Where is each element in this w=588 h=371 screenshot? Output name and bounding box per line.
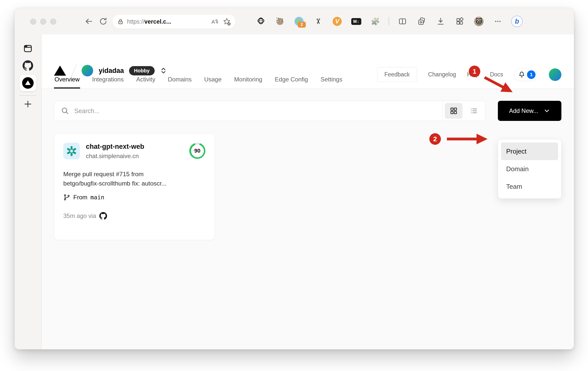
collections-icon[interactable]: [416, 16, 427, 27]
new-tab-button[interactable]: [23, 99, 33, 109]
url-scheme: https://: [127, 18, 144, 25]
project-card[interactable]: chat-gpt-next-web chat.simplenaive.cn 90…: [54, 133, 215, 240]
view-toggle: [442, 101, 485, 121]
profile-avatar[interactable]: 🐱: [473, 16, 485, 27]
project-name[interactable]: chat-gpt-next-web: [86, 143, 189, 151]
scissors-extension-icon[interactable]: ✂: [312, 16, 324, 27]
tab-overview[interactable]: Overview: [54, 76, 80, 88]
vertical-tabs-sidebar: [15, 34, 41, 349]
favorites-star-icon[interactable]: [222, 17, 231, 26]
traffic-lights: [30, 19, 56, 25]
dropdown-item-project[interactable]: Project: [501, 143, 558, 160]
branch-name: main: [90, 194, 104, 201]
tab-panel-toggle[interactable]: [23, 43, 33, 54]
v-extension-icon[interactable]: V: [331, 16, 343, 27]
address-bar[interactable]: https://vercel.c... A: [112, 15, 236, 29]
user-avatar[interactable]: [549, 68, 561, 81]
dropdown-item-domain[interactable]: Domain: [501, 160, 558, 178]
url-host: vercel.c...: [144, 18, 171, 25]
git-branch-icon: [63, 194, 70, 201]
dashboard-header: yidadaa Hobby Feedback Changelog Help Do…: [41, 34, 574, 89]
score-ring[interactable]: 90: [189, 143, 205, 159]
chevron-up-down-icon: [159, 66, 168, 75]
commit-line-1: Merge pull request #715 from: [63, 170, 205, 179]
docs-link[interactable]: Docs: [490, 71, 503, 78]
bing-icon: b: [511, 16, 523, 27]
project-domain[interactable]: chat.simplenaive.cn: [86, 153, 189, 160]
deploy-time: 35m ago via: [63, 212, 96, 219]
bing-chat-button[interactable]: b: [511, 16, 523, 27]
tab-edge-config[interactable]: Edge Config: [274, 76, 309, 88]
changelog-link[interactable]: Changelog: [428, 71, 456, 78]
score-value: 90: [191, 145, 204, 157]
svg-text:A: A: [211, 19, 215, 25]
notifications-button[interactable]: 1: [514, 68, 538, 81]
add-new-dropdown: Project Domain Team: [498, 139, 561, 199]
list-view-button[interactable]: [465, 103, 483, 119]
browser-window: https://vercel.c... A 🐵 🦥 2 ✂ V M↓ 🧩: [15, 8, 574, 349]
add-new-button[interactable]: Add New...: [498, 101, 561, 121]
team-switcher-button[interactable]: [159, 66, 168, 75]
lock-icon: [117, 18, 124, 25]
grid-view-icon: [449, 107, 458, 115]
team-avatar[interactable]: [82, 65, 93, 76]
proxy-extension-icon[interactable]: 2: [293, 16, 305, 27]
plan-badge: Hobby: [129, 66, 155, 75]
markdown-extension-icon[interactable]: M↓: [350, 16, 362, 27]
browser-toolbar: https://vercel.c... A 🐵 🦥 2 ✂ V M↓ 🧩: [15, 8, 574, 34]
tab-integrations[interactable]: Integrations: [92, 76, 124, 88]
tab-github[interactable]: [22, 60, 33, 71]
tampermonkey-extension-icon[interactable]: 🐵: [255, 16, 267, 27]
branch-prefix: From: [73, 194, 87, 201]
toolbar-divider: [389, 17, 389, 26]
tab-settings[interactable]: Settings: [320, 76, 343, 88]
add-new-label: Add New...: [509, 107, 538, 114]
grid-view-button[interactable]: [445, 103, 462, 119]
split-screen-icon[interactable]: [397, 16, 408, 27]
vercel-logo[interactable]: [54, 66, 66, 76]
minimize-window-button[interactable]: [40, 19, 46, 25]
annotation-step-2: 2: [429, 133, 441, 145]
annotation-step-1: 1: [469, 66, 480, 77]
overview-content: Add New... Project Domain Team: [41, 89, 574, 349]
github-source-icon: [99, 212, 107, 220]
back-button[interactable]: [83, 16, 94, 27]
tab-activity[interactable]: Activity: [136, 76, 156, 88]
sloth-extension-icon[interactable]: 🦥: [274, 16, 286, 27]
vercel-dashboard: yidadaa Hobby Feedback Changelog Help Do…: [41, 34, 574, 349]
notification-count-badge: 1: [527, 70, 536, 79]
cat-avatar-icon: 🐱: [474, 17, 484, 26]
project-icon: [63, 143, 80, 159]
team-name[interactable]: yidadaa: [99, 67, 124, 75]
vercel-tab-icon: [22, 77, 34, 89]
list-view-icon: [469, 107, 478, 115]
tab-domains[interactable]: Domains: [167, 76, 192, 88]
tab-vercel-active[interactable]: [20, 75, 36, 91]
browser-essentials-icon[interactable]: [454, 16, 465, 27]
tab-usage[interactable]: Usage: [204, 76, 222, 88]
commit-message: Merge pull request #715 from betgo/bugfi…: [63, 170, 205, 188]
chevron-down-icon: [543, 107, 550, 114]
close-window-button[interactable]: [30, 19, 36, 25]
settings-more-button[interactable]: [492, 16, 504, 27]
dropdown-item-team[interactable]: Team: [501, 178, 558, 195]
search-box[interactable]: [54, 101, 446, 121]
search-icon: [61, 107, 69, 115]
bell-icon: [518, 71, 525, 78]
search-input[interactable]: [74, 107, 439, 115]
reload-button[interactable]: [97, 16, 109, 27]
dashboard-tabs: Overview Integrations Activity Domains U…: [54, 76, 343, 88]
read-aloud-icon[interactable]: A: [210, 18, 218, 26]
github-icon: [22, 60, 33, 71]
reload-icon: [99, 17, 108, 26]
commit-line-2: betgo/bugfix-scrollthumb fix: autoscr...: [63, 179, 205, 188]
downloads-icon[interactable]: [435, 16, 446, 27]
feedback-button[interactable]: Feedback: [377, 67, 417, 82]
openai-logo-icon: [66, 145, 77, 157]
back-arrow-icon: [84, 17, 93, 26]
url-text: https://vercel.c...: [127, 18, 210, 25]
sidebar-divider: [19, 95, 37, 96]
puzzle-extensions-icon[interactable]: 🧩: [370, 16, 381, 27]
tab-monitoring[interactable]: Monitoring: [234, 76, 263, 88]
zoom-window-button[interactable]: [50, 19, 56, 25]
